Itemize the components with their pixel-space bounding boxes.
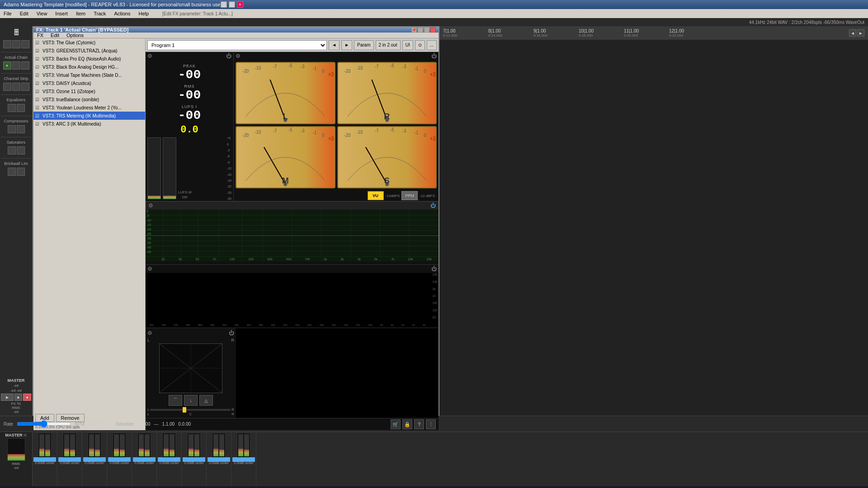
plugin-item-3[interactable]: ☑ VST3: Backs Pro EQ (NoiseAsh Audio) (33, 55, 145, 63)
scroll-left-btn[interactable]: ◄ (849, 29, 856, 37)
plugin-item-9[interactable]: ☑ VST3: Youlean Loudness Meter 2 (Yo... (33, 103, 145, 112)
io-btn[interactable]: 2 in 2 out (376, 40, 401, 50)
eq-settings-icon[interactable]: ⚙ (148, 202, 153, 209)
cs-btn-2[interactable] (12, 83, 20, 91)
ch6-fader-handle[interactable] (158, 457, 180, 462)
menu-item[interactable]: Item (74, 11, 87, 16)
cs-btn-3[interactable] (21, 83, 29, 91)
menu-help[interactable]: Help (137, 11, 151, 16)
bw-btn-2[interactable] (17, 168, 25, 176)
ch6-fader[interactable] (158, 459, 180, 460)
menu-view[interactable]: View (35, 11, 49, 16)
ch5-fader[interactable] (133, 459, 156, 460)
rec-btn[interactable]: ● (3, 61, 11, 70)
fx-menu-options[interactable]: Options (65, 33, 85, 38)
ch2-fader-handle[interactable] (58, 457, 81, 462)
fx-menu-edit[interactable]: Edit (49, 33, 61, 38)
scroll-right-btn[interactable]: ► (857, 29, 864, 37)
plugin-item-6[interactable]: ☑ VST3: DAISY (Acustica) (33, 79, 145, 87)
cs-btn-1[interactable] (3, 83, 11, 91)
stereo-slider-handle-l[interactable] (183, 407, 186, 413)
vu-mode-btn[interactable]: VU (368, 191, 384, 200)
sat-btn-1[interactable] (8, 146, 16, 155)
comp-btn-2[interactable] (17, 125, 25, 133)
vu-power-icon[interactable]: ⏻ (431, 53, 437, 59)
ch8-fader-handle[interactable] (208, 457, 230, 462)
fx-close-btn[interactable] (430, 27, 436, 33)
stereo-btn-2[interactable]: ↓ (184, 395, 198, 406)
menu-file[interactable]: File (2, 11, 14, 16)
fx-menu-fx[interactable]: FX (35, 33, 45, 38)
settings-btn[interactable]: ⊙ (415, 40, 425, 50)
icon-1[interactable] (3, 40, 11, 48)
plugin-item-11[interactable]: ☑ VST3: ARC 3 (IK Multimedia) (33, 120, 145, 128)
more-btn[interactable]: ... (427, 40, 437, 50)
param-btn[interactable]: Param (354, 40, 373, 50)
ui-btn[interactable]: UI (402, 40, 413, 50)
icon-3[interactable] (21, 40, 29, 48)
sat-btn-2[interactable] (17, 146, 25, 155)
master-rec-btn[interactable]: ● (23, 394, 31, 401)
stereo-power-icon[interactable]: ⏻ (229, 330, 234, 336)
plugin-item-8[interactable]: ☑ VST3: trueBalance (sonible) (33, 95, 145, 103)
vu-settings-icon[interactable]: ⚙ (236, 53, 241, 59)
ch8-fader[interactable] (208, 459, 230, 460)
eq-btn-1[interactable] (8, 104, 16, 112)
ppm-mode-btn[interactable]: PPM (401, 191, 418, 200)
master-play-btn[interactable]: ▶ (1, 394, 14, 401)
maximize-button[interactable]: □ (229, 1, 235, 8)
meter-power-icon[interactable]: ⏻ (226, 53, 231, 59)
fx-max-btn[interactable] (424, 27, 429, 33)
ch4-fader[interactable] (108, 459, 131, 460)
plugin-item-10[interactable]: ☑ VST3: TRS Metering (IK Multimedia) (33, 112, 145, 120)
icon-2[interactable] (12, 40, 20, 48)
menu-edit[interactable]: Edit (18, 11, 30, 16)
track-btn-3[interactable] (21, 61, 29, 70)
track-btn-2[interactable] (12, 61, 20, 70)
prog-next-btn[interactable]: ► (341, 40, 352, 50)
eq-power-icon[interactable]: ⏻ (430, 202, 436, 209)
stereo-slider-track[interactable] (150, 409, 231, 411)
menu-track[interactable]: Track (92, 11, 108, 16)
minimize-button[interactable]: _ (221, 1, 227, 8)
fx-pin-btn[interactable]: 📌 (411, 27, 417, 33)
meter-settings-icon[interactable]: ⚙ (147, 53, 152, 59)
comp-btn-1[interactable] (8, 125, 16, 133)
ch2-fader[interactable] (58, 459, 81, 460)
stereo-btn-3[interactable]: △ (199, 395, 213, 406)
ch3-fader[interactable] (83, 459, 106, 460)
cart-icon-btn[interactable]: 🛒 (391, 419, 401, 429)
menu-insert[interactable]: Insert (53, 11, 70, 16)
plugin-item-1[interactable]: ☑ VST3: The Glue (Cytomic) (33, 38, 145, 47)
ch7-fader-handle[interactable] (183, 457, 205, 462)
rate-slider[interactable] (17, 420, 71, 427)
plugin-item-4[interactable]: ☑ VST3: Black Box Analog Design HG... (33, 63, 145, 71)
spec-settings-icon[interactable]: ⚙ (147, 266, 152, 272)
fx-min-btn[interactable] (418, 27, 423, 33)
eq-btn-2[interactable] (17, 104, 25, 112)
ch3-fader-handle[interactable] (83, 457, 106, 462)
more-icon-btn[interactable]: ⋮ (426, 419, 436, 429)
ch9-fader-handle[interactable] (232, 457, 255, 462)
bw-btn-1[interactable] (8, 168, 16, 176)
ch1-fader[interactable] (33, 459, 56, 460)
ch5-fader-handle[interactable] (133, 457, 156, 462)
ch9-fader[interactable] (232, 459, 255, 460)
help-icon-btn[interactable]: ? (414, 419, 424, 429)
stereo-btn-1[interactable]: ⌒ (169, 395, 182, 406)
plugin-item-2[interactable]: ☑ VST3: GREEN5STULTRAZL (Acqua) (33, 47, 145, 55)
lock-icon-btn[interactable]: 🔒 (402, 419, 412, 429)
prog-prev-btn[interactable]: ◄ (329, 40, 340, 50)
ch1-fader-handle[interactable] (33, 457, 56, 462)
menu-actions[interactable]: Actions (112, 11, 132, 16)
plugin-item-7[interactable]: ☑ VST3: Ozone 11 (iZotope) (33, 87, 145, 95)
stereo-settings-icon[interactable]: ⚙ (147, 330, 152, 336)
program-select[interactable]: Program 1 (147, 40, 327, 50)
master-stop-btn[interactable]: ■ (14, 394, 23, 401)
ch4-fader-handle[interactable] (108, 457, 131, 462)
spec-power-icon[interactable]: ⏻ (431, 266, 437, 272)
plugin-item-5[interactable]: ☑ VST3: Virtual Tape Machines (Slate D..… (33, 71, 145, 79)
ch7-fader[interactable] (183, 459, 205, 460)
close-button[interactable]: ✕ (237, 1, 243, 8)
svg-text:-1: -1 (415, 130, 419, 136)
